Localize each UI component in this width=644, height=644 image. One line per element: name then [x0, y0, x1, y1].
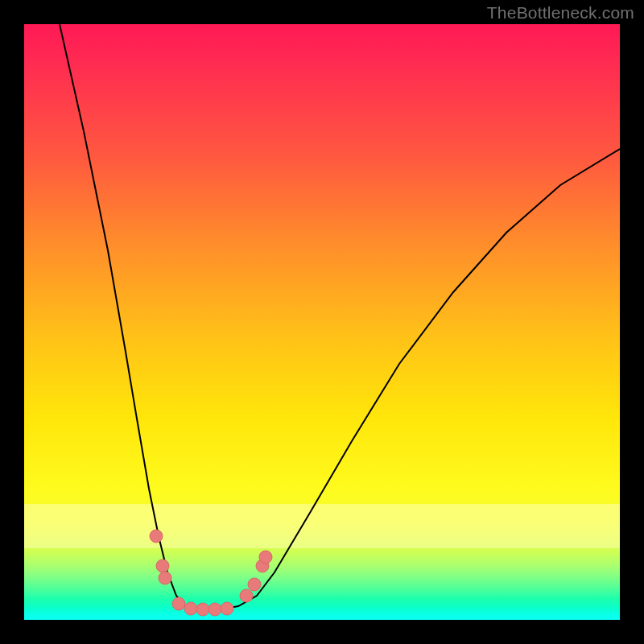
marker-p7 — [208, 603, 221, 616]
marker-p5 — [184, 602, 197, 615]
watermark-text: TheBottleneck.com — [487, 3, 634, 23]
chart-frame: TheBottleneck.com — [0, 0, 644, 644]
marker-p10 — [248, 578, 261, 591]
curve-layer — [24, 24, 620, 620]
marker-p9 — [240, 589, 253, 602]
bottleneck-curve — [60, 24, 620, 609]
marker-p8 — [221, 602, 233, 615]
marker-p3 — [159, 572, 171, 584]
marker-p12 — [259, 551, 272, 564]
plot-area — [24, 24, 620, 620]
marker-p1 — [150, 530, 163, 543]
marker-p4 — [172, 597, 185, 610]
marker-p2 — [156, 559, 169, 572]
marker-group — [150, 530, 272, 616]
marker-p6 — [196, 603, 209, 616]
